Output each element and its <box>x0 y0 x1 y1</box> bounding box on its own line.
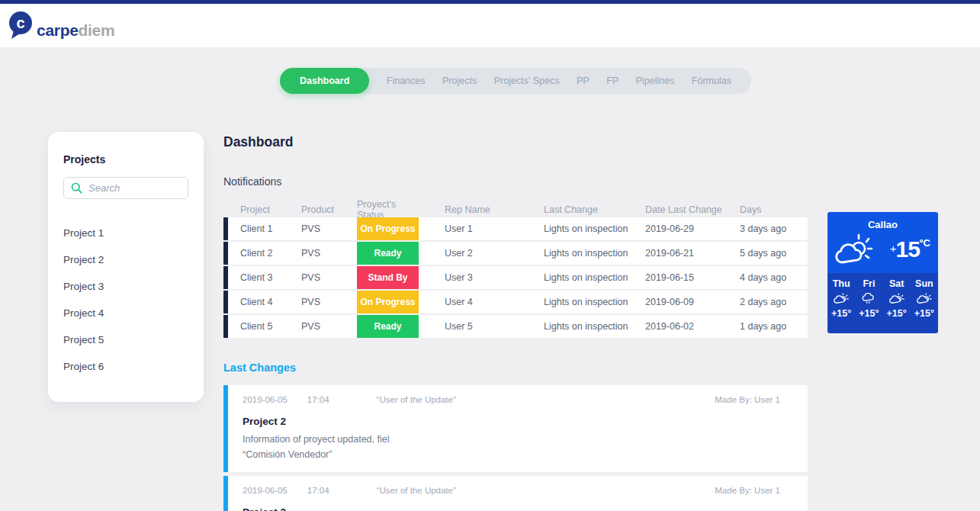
cell-product: PVS <box>301 248 357 259</box>
cell-rep: User 2 <box>419 248 544 259</box>
status-badge: Ready <box>357 242 419 265</box>
cell-rep: User 5 <box>419 321 544 332</box>
forecast-day-temp: +15° <box>887 308 907 319</box>
cell-product: PVS <box>301 297 357 307</box>
main-nav: Dashboard Finances Projects Projects' Sp… <box>280 68 751 94</box>
entry-date: 2019-06-05 <box>243 486 288 495</box>
last-changes-title: Last Changes <box>223 362 808 374</box>
weather-current: Callao +15ºC <box>827 212 938 273</box>
nav-tab-fp[interactable]: FP <box>606 76 619 86</box>
nav-tab-finances[interactable]: Finances <box>387 76 426 86</box>
cell-last-change: Lights on inspection <box>544 321 645 332</box>
entry-project-title: Project 2 <box>243 506 780 511</box>
sidebar-item-project-5[interactable]: Project 5 <box>63 334 188 345</box>
cell-project: Client 4 <box>228 297 301 307</box>
forecast-day-temp: +15° <box>914 308 934 319</box>
nav-tab-pipelines[interactable]: Pipelines <box>636 76 675 86</box>
col-header-date-last-change: Date Last Change <box>645 204 740 215</box>
cell-date: 2019-06-29 <box>645 223 740 234</box>
cell-last-change: Lights on inspection <box>544 248 645 259</box>
search-box <box>63 177 188 199</box>
page-title: Dashboard <box>223 134 808 150</box>
sidebar-item-project-6[interactable]: Project 6 <box>63 361 188 372</box>
cell-rep: User 1 <box>419 223 544 234</box>
sun-cloud-icon <box>889 293 904 304</box>
entry-meta: 2019-06-05 17:04 “User of the Update” Ma… <box>243 395 780 404</box>
rain-cloud-icon <box>861 293 876 304</box>
cell-date: 2019-06-09 <box>645 297 740 307</box>
cell-date: 2019-06-15 <box>645 272 740 283</box>
cell-last-change: Lights on inspection <box>544 272 645 283</box>
cell-date: 2019-06-21 <box>645 248 740 259</box>
nav-tab-projects-specs[interactable]: Projects' Specs <box>494 76 560 86</box>
cell-days: 5 days ago <box>740 248 808 259</box>
col-header-days: Days <box>740 204 808 215</box>
project-list: Project 1 Project 2 Project 3 Project 4 … <box>63 227 188 372</box>
col-header-project: Project <box>228 204 301 215</box>
sidebar-item-project-3[interactable]: Project 3 <box>63 281 188 292</box>
brand-wordmark: carpediem <box>37 21 114 40</box>
nav-tab-dashboard[interactable]: Dashboard <box>280 68 369 94</box>
app-header: c carpediem <box>0 4 980 47</box>
cell-rep: User 3 <box>419 272 544 283</box>
forecast-day-name: Thu <box>833 278 850 289</box>
table-row[interactable]: Client 1 PVS On Progress User 1 Lights o… <box>223 217 808 240</box>
col-header-rep-name: Rep Name <box>419 204 544 215</box>
col-header-last-change: Last Change <box>544 204 645 215</box>
last-change-entry[interactable]: 2019-06-05 17:04 “User of the Update” Ma… <box>223 385 808 472</box>
forecast-day-name: Sun <box>915 278 933 289</box>
status-badge: On Progress <box>357 217 419 240</box>
forecast-day: Thu +15° <box>827 278 855 333</box>
table-row[interactable]: Client 4 PVS On Progress User 4 Lights o… <box>223 291 808 313</box>
status-badge: Stand By <box>357 266 419 289</box>
notifications-label: Notifications <box>223 175 808 188</box>
table-row[interactable]: Client 3 PVS Stand By User 3 Lights on i… <box>223 266 808 289</box>
forecast-day-name: Fri <box>863 278 875 289</box>
sun-cloud-icon <box>917 293 932 304</box>
cell-product: PVS <box>301 272 357 283</box>
cell-days: 4 days ago <box>740 272 808 283</box>
notifications-table-header: Project Product Proyect's Status Rep Nam… <box>223 199 808 217</box>
cell-product: PVS <box>301 223 357 234</box>
weather-temperature: +15ºC <box>890 236 930 262</box>
cell-days: 1 days ago <box>740 321 808 332</box>
entry-made-by: Made By: User 1 <box>715 395 780 404</box>
weather-forecast: Thu +15° Fri +15° Sat +15° Sun +15° <box>827 273 938 333</box>
entry-description-line: “Comisión Vendedor” <box>243 448 780 461</box>
sidebar-item-project-4[interactable]: Project 4 <box>63 307 188 319</box>
entry-user-quote: “User of the Update” <box>377 395 456 404</box>
forecast-day-name: Sat <box>889 278 904 289</box>
entry-description-line: Information of proyect updated, fiel <box>243 432 780 446</box>
table-row[interactable]: Client 2 PVS Ready User 2 Lights on insp… <box>223 242 808 265</box>
entry-date: 2019-06-05 <box>243 395 288 404</box>
last-change-entry[interactable]: 2019-06-05 17:04 “User of the Update” Ma… <box>223 476 808 511</box>
weather-city: Callao <box>827 212 938 230</box>
forecast-day-temp: +15° <box>859 308 879 319</box>
cell-days: 3 days ago <box>740 223 808 234</box>
nav-tab-pp[interactable]: PP <box>577 76 590 86</box>
sidebar-title: Projects <box>63 153 188 166</box>
table-row[interactable]: Client 5 PVS Ready User 5 Lights on insp… <box>223 315 808 338</box>
brand-logo[interactable]: c carpediem <box>6 10 114 43</box>
entry-time: 17:04 <box>307 486 329 495</box>
sun-behind-cloud-icon <box>835 233 875 265</box>
cell-days: 2 days ago <box>740 297 808 307</box>
weather-widget[interactable]: Callao +15ºC Thu +15° Fri +15° Sat <box>827 212 938 333</box>
cell-last-change: Lights on inspection <box>544 297 645 307</box>
entry-user-quote: “User of the Update” <box>377 486 456 495</box>
cell-last-change: Lights on inspection <box>544 223 645 234</box>
cell-product: PVS <box>301 321 357 332</box>
forecast-day: Sun +15° <box>911 278 938 333</box>
status-badge: On Progress <box>357 291 419 313</box>
nav-tab-formulas[interactable]: Fórmulas <box>692 76 731 86</box>
forecast-day: Sat +15° <box>883 278 911 333</box>
entry-meta: 2019-06-05 17:04 “User of the Update” Ma… <box>243 486 780 495</box>
sidebar-item-project-1[interactable]: Project 1 <box>63 227 188 239</box>
entry-project-title: Project 2 <box>243 416 780 427</box>
nav-tab-projects[interactable]: Projects <box>442 76 477 86</box>
cell-project: Client 5 <box>228 321 301 332</box>
status-badge: Ready <box>357 315 419 338</box>
main-content: Dashboard Notifications Project Product … <box>223 134 808 511</box>
sidebar-item-project-2[interactable]: Project 2 <box>63 254 188 265</box>
cell-project: Client 1 <box>228 223 301 234</box>
